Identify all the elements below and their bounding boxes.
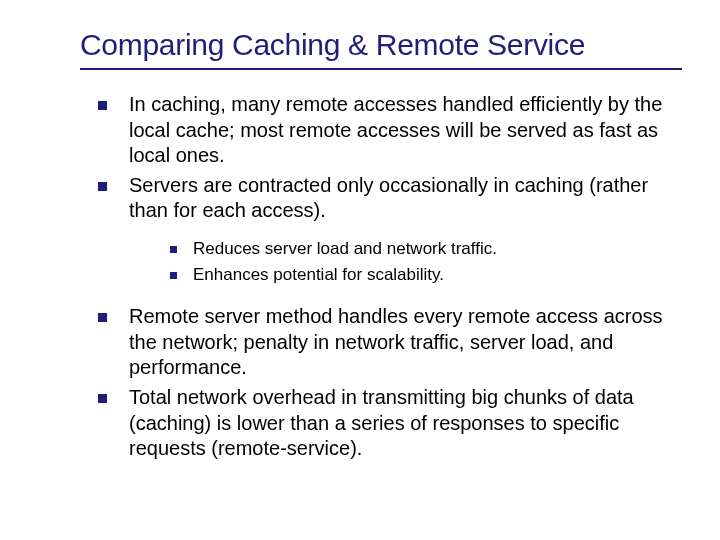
square-bullet-icon — [170, 272, 177, 279]
square-bullet-icon — [98, 394, 107, 403]
square-bullet-icon — [98, 182, 107, 191]
slide: Comparing Caching & Remote Service In ca… — [0, 0, 720, 486]
bullet-text: Remote server method handles every remot… — [129, 304, 680, 381]
list-item: Reduces server load and network traffic. — [170, 238, 680, 260]
bullet-text: Total network overhead in transmitting b… — [129, 385, 680, 462]
slide-title: Comparing Caching & Remote Service — [80, 28, 680, 62]
spacer — [90, 228, 680, 238]
list-item: Remote server method handles every remot… — [98, 304, 680, 381]
bullet-text: Reduces server load and network traffic. — [193, 238, 497, 260]
bullet-text: Servers are contracted only occasionally… — [129, 173, 680, 224]
list-item: In caching, many remote accesses handled… — [98, 92, 680, 169]
square-bullet-icon — [98, 313, 107, 322]
list-item: Servers are contracted only occasionally… — [98, 173, 680, 224]
square-bullet-icon — [98, 101, 107, 110]
bullet-text: Enhances potential for scalability. — [193, 264, 444, 286]
spacer — [90, 290, 680, 304]
bullet-text: In caching, many remote accesses handled… — [129, 92, 680, 169]
list-item: Enhances potential for scalability. — [170, 264, 680, 286]
square-bullet-icon — [170, 246, 177, 253]
list-item: Total network overhead in transmitting b… — [98, 385, 680, 462]
title-underline — [80, 68, 682, 70]
